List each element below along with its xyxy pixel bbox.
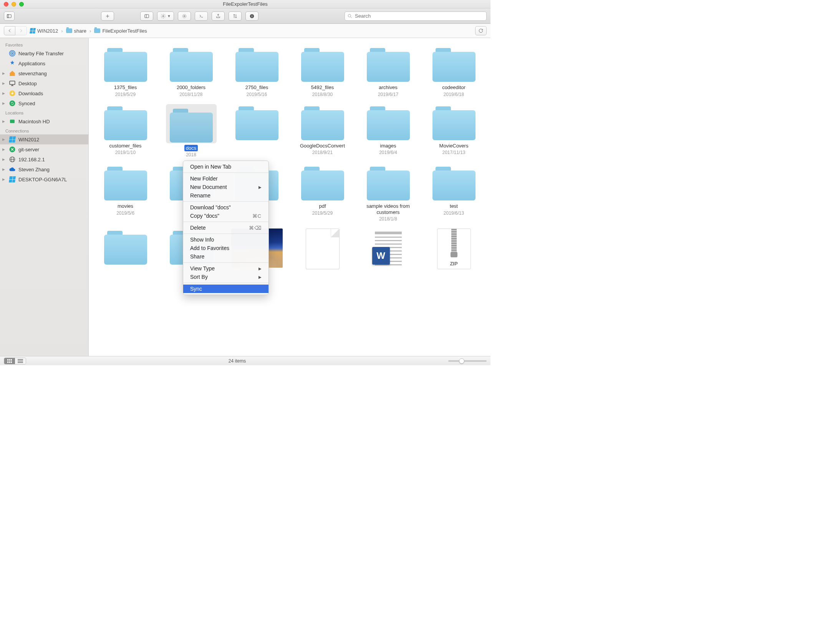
file-item[interactable]: pdf2019/5/29 bbox=[290, 164, 355, 222]
file-label: customer_files bbox=[108, 142, 143, 149]
file-item[interactable]: ZIP bbox=[421, 229, 487, 272]
icon-view-button[interactable] bbox=[4, 358, 15, 364]
context-menu-item[interactable]: View Type▶ bbox=[183, 264, 268, 273]
file-item[interactable]: W bbox=[355, 229, 421, 272]
file-item[interactable]: 2750_files2019/5/16 bbox=[224, 46, 290, 97]
svg-rect-28 bbox=[7, 359, 8, 361]
sync-icon bbox=[9, 100, 16, 107]
file-item[interactable]: GoogleDocsConvert2018/9/21 bbox=[290, 104, 355, 158]
disclosure-triangle-icon[interactable]: ▶ bbox=[2, 167, 6, 171]
search-field[interactable] bbox=[345, 12, 487, 21]
sidebar-item[interactable]: ▶192.168.2.1 bbox=[0, 154, 88, 164]
share-button[interactable] bbox=[212, 12, 225, 21]
context-menu-item[interactable]: Open in New Tab bbox=[183, 162, 268, 171]
context-menu-item[interactable]: Sort By▶ bbox=[183, 273, 268, 281]
breadcrumb-item[interactable]: FileExpolerTestFiles bbox=[94, 28, 147, 34]
file-item[interactable]: archives2019/6/17 bbox=[355, 46, 421, 97]
file-item[interactable]: docs2018 bbox=[158, 104, 224, 158]
breadcrumb: WIN2012›share›FileExpolerTestFiles bbox=[30, 28, 472, 34]
terminal-button[interactable] bbox=[195, 12, 208, 21]
toolbar: ▼ bbox=[0, 8, 490, 24]
file-label: 2750_files bbox=[244, 84, 270, 91]
action-button[interactable] bbox=[178, 12, 191, 21]
reload-icon bbox=[478, 28, 484, 33]
disclosure-triangle-icon[interactable]: ▶ bbox=[2, 177, 6, 181]
list-view-button[interactable] bbox=[15, 358, 26, 364]
context-menu-item[interactable]: Sync bbox=[183, 285, 268, 293]
disclosure-triangle-icon[interactable]: ▶ bbox=[2, 157, 6, 161]
panel-button[interactable] bbox=[140, 12, 153, 21]
sidebar: FavoritesNearby File TransferApplication… bbox=[0, 38, 89, 356]
sidebar-item[interactable]: ▶DESKTOP-GGN6A7L bbox=[0, 174, 88, 184]
disclosure-triangle-icon[interactable]: ▶ bbox=[2, 71, 6, 75]
sidebar-item[interactable]: ▶git-server bbox=[0, 144, 88, 154]
view-toggle bbox=[4, 358, 26, 364]
info-button[interactable] bbox=[245, 12, 258, 21]
disclosure-triangle-icon[interactable]: ▶ bbox=[2, 137, 6, 141]
context-menu-item[interactable]: New Folder bbox=[183, 174, 268, 183]
back-button[interactable] bbox=[4, 26, 15, 35]
svg-rect-32 bbox=[9, 361, 10, 363]
context-menu-item[interactable]: Add to Favorites bbox=[183, 244, 268, 252]
file-item[interactable]: MovieCovers2017/11/13 bbox=[421, 104, 487, 158]
sidebar-item[interactable]: ▶Steven Zhang bbox=[0, 164, 88, 174]
file-item[interactable]: 2000_folders2018/11/28 bbox=[158, 46, 224, 97]
file-date: 2019/6/13 bbox=[444, 210, 464, 216]
svg-point-7 bbox=[184, 15, 185, 17]
file-item[interactable]: movies2019/5/6 bbox=[93, 164, 158, 222]
file-date: 2019/1/10 bbox=[115, 150, 136, 155]
file-item[interactable] bbox=[224, 104, 290, 158]
context-menu-item[interactable]: Delete⌘⌫ bbox=[183, 224, 268, 232]
file-date: 2019/5/29 bbox=[312, 210, 333, 216]
folder-icon bbox=[431, 164, 477, 201]
new-button[interactable] bbox=[101, 12, 114, 21]
forward-button[interactable] bbox=[15, 26, 27, 35]
file-item[interactable]: test2019/6/13 bbox=[421, 164, 487, 222]
sidebar-toggle-button[interactable] bbox=[4, 12, 15, 21]
disclosure-triangle-icon[interactable]: ▶ bbox=[2, 119, 6, 123]
sidebar-item[interactable]: ▶Downloads bbox=[0, 88, 88, 98]
file-item[interactable] bbox=[93, 229, 158, 272]
sidebar-item[interactable]: ▶stevenzhang bbox=[0, 68, 88, 78]
reload-button[interactable] bbox=[475, 26, 487, 35]
sidebar-item-label: Steven Zhang bbox=[18, 167, 50, 172]
file-item[interactable]: images2019/6/4 bbox=[355, 104, 421, 158]
file-item[interactable] bbox=[290, 229, 355, 272]
context-menu-item[interactable]: New Document▶ bbox=[183, 183, 268, 191]
context-menu-item[interactable]: Rename bbox=[183, 191, 268, 200]
disclosure-triangle-icon[interactable]: ▶ bbox=[2, 101, 6, 105]
sidebar-item[interactable]: ▶Desktop bbox=[0, 78, 88, 88]
disclosure-triangle-icon[interactable]: ▶ bbox=[2, 81, 6, 85]
content-area[interactable]: 1375_files2019/5/292000_folders2018/11/2… bbox=[89, 38, 490, 356]
disclosure-triangle-icon[interactable]: ▶ bbox=[2, 147, 6, 151]
breadcrumb-item[interactable]: share bbox=[66, 28, 87, 34]
zoom-slider[interactable] bbox=[448, 360, 487, 362]
file-label: 1375_files bbox=[113, 84, 138, 91]
disclosure-triangle-icon[interactable]: ▶ bbox=[2, 91, 6, 95]
sidebar-item-label: DESKTOP-GGN6A7L bbox=[18, 177, 67, 182]
sidebar-item-label: Nearby File Transfer bbox=[18, 51, 64, 56]
context-menu-item[interactable]: Share bbox=[183, 252, 268, 261]
settings-dropdown-button[interactable]: ▼ bbox=[157, 12, 174, 21]
context-menu-item[interactable]: Download "docs" bbox=[183, 203, 268, 212]
sort-button[interactable] bbox=[229, 12, 242, 21]
svg-point-22 bbox=[10, 101, 15, 106]
context-menu-label: Add to Favorites bbox=[190, 245, 229, 251]
file-item[interactable]: 1375_files2019/5/29 bbox=[93, 46, 158, 97]
file-item[interactable]: sample videos from customers2018/1/8 bbox=[355, 164, 421, 222]
file-item[interactable]: customer_files2019/1/10 bbox=[93, 104, 158, 158]
breadcrumb-item[interactable]: WIN2012 bbox=[30, 28, 58, 34]
sidebar-item[interactable]: ▶Synced bbox=[0, 98, 88, 108]
file-label: images bbox=[379, 142, 398, 149]
search-input[interactable] bbox=[355, 13, 484, 19]
file-item[interactable]: codeeditor2019/6/18 bbox=[421, 46, 487, 97]
document-icon bbox=[306, 229, 340, 269]
sidebar-item[interactable]: Nearby File Transfer bbox=[0, 48, 88, 58]
sidebar-item[interactable]: ▶WIN2012 bbox=[0, 134, 88, 144]
file-item[interactable]: 5492_files2018/8/30 bbox=[290, 46, 355, 97]
context-menu-item[interactable]: Copy "docs"⌘C bbox=[183, 212, 268, 220]
context-menu-item[interactable]: Show Info bbox=[183, 235, 268, 244]
folder-icon bbox=[300, 46, 346, 83]
sidebar-item[interactable]: Applications bbox=[0, 58, 88, 68]
sidebar-item[interactable]: ▶Macintosh HD bbox=[0, 116, 88, 126]
